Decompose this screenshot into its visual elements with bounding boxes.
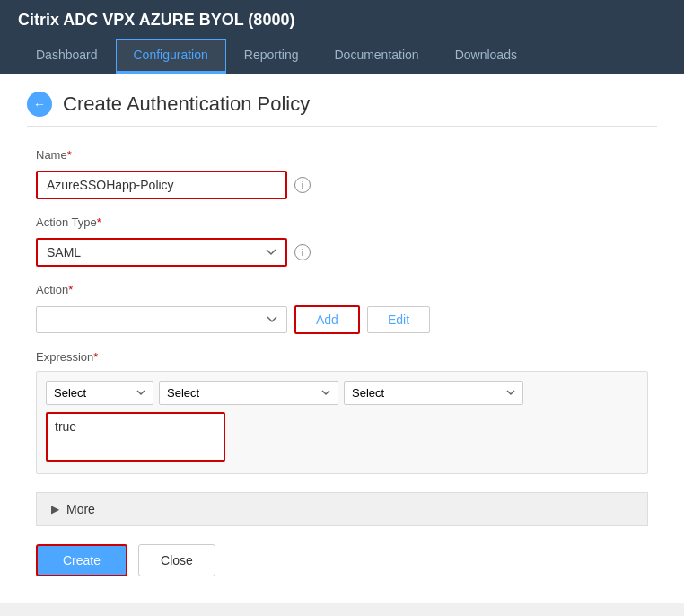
expression-label: Expression*	[36, 350, 648, 364]
bottom-buttons: Create Close	[36, 544, 648, 576]
name-field-row: i	[36, 171, 648, 199]
more-section[interactable]: ▶ More	[36, 492, 648, 526]
expr-select-2[interactable]: Select	[159, 381, 338, 405]
name-input[interactable]	[36, 171, 287, 199]
page-content: ← Create Authentication Policy Name* i A…	[0, 74, 684, 603]
app-title: Citrix ADC VPX AZURE BYOL (8000)	[18, 11, 666, 30]
action-type-field-row: SAML LDAP RADIUS CERT i	[36, 238, 648, 267]
more-label: More	[66, 502, 95, 516]
expression-selects: Select Select Select	[46, 381, 638, 405]
name-group: Name* i	[36, 148, 648, 199]
action-type-select[interactable]: SAML LDAP RADIUS CERT	[36, 238, 287, 267]
name-label: Name*	[36, 148, 72, 162]
action-select[interactable]	[36, 306, 287, 333]
nav-item-reporting[interactable]: Reporting	[226, 39, 317, 74]
name-info-icon[interactable]: i	[294, 177, 311, 193]
close-button[interactable]: Close	[138, 544, 215, 576]
action-type-label-row: Action Type*	[36, 216, 648, 233]
expression-container: Select Select Select true	[36, 371, 648, 474]
expr-select-1[interactable]: Select	[46, 381, 153, 405]
name-label-row: Name*	[36, 148, 648, 166]
form-section: Name* i Action Type* SAML LDAP RADIUS C	[27, 148, 657, 576]
add-button[interactable]: Add	[294, 305, 360, 334]
action-label: Action*	[36, 283, 73, 296]
header: Citrix ADC VPX AZURE BYOL (8000) Dashboa…	[0, 0, 684, 74]
action-type-group: Action Type* SAML LDAP RADIUS CERT i	[36, 216, 648, 267]
expr-select-3[interactable]: Select	[344, 381, 523, 405]
edit-button[interactable]: Edit	[367, 306, 430, 333]
nav-item-dashboard[interactable]: Dashboard	[18, 39, 116, 74]
action-label-row: Action*	[36, 283, 648, 301]
create-button[interactable]: Create	[36, 544, 127, 576]
back-button[interactable]: ←	[27, 92, 52, 117]
main-nav: Dashboard Configuration Reporting Docume…	[18, 39, 666, 74]
page-title: Create Authentication Policy	[63, 92, 310, 116]
nav-item-configuration[interactable]: Configuration	[116, 39, 226, 74]
nav-item-documentation[interactable]: Documentation	[316, 39, 436, 74]
app-title-rest: ADC VPX AZURE BYOL (8000)	[59, 11, 294, 29]
action-type-info-icon[interactable]: i	[294, 244, 311, 260]
action-type-label: Action Type*	[36, 216, 101, 229]
action-group: Action* Add Edit	[36, 283, 648, 334]
brand-name: Citrix	[18, 11, 59, 29]
action-row: Add Edit	[36, 305, 648, 334]
expression-group: Expression* Select Select Select true	[36, 350, 648, 474]
page-header: ← Create Authentication Policy	[27, 92, 657, 127]
nav-item-downloads[interactable]: Downloads	[437, 39, 535, 74]
more-arrow-icon: ▶	[51, 503, 59, 515]
expression-textarea[interactable]: true	[46, 412, 225, 462]
